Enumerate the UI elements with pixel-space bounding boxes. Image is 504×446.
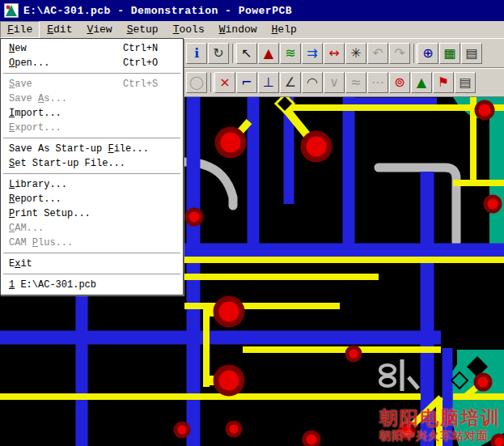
serpentine-icon: ≈ xyxy=(350,76,361,89)
miter-mode-button[interactable]: ∨ xyxy=(324,72,345,93)
redraw-icon: ↻ xyxy=(213,47,223,60)
menu-item-label: Library... xyxy=(9,179,67,190)
file-menu-item-save-as: Save As... xyxy=(2,91,182,106)
menubar-item-setup[interactable]: Setup xyxy=(120,21,166,38)
menu-item-label: Save xyxy=(9,79,32,90)
bga-toolbar-icon: ✳ xyxy=(350,47,361,60)
angle-mode-button[interactable]: ∠ xyxy=(280,72,301,93)
menubar-item-edit[interactable]: Edit xyxy=(40,21,79,38)
help-info-icon: ℹ xyxy=(194,47,199,60)
layer-view-button[interactable]: ▲ xyxy=(411,72,432,93)
file-menu-item-open[interactable]: Open...Ctrl+O xyxy=(2,56,182,70)
menu-item-label: Export... xyxy=(9,122,61,134)
file-menu-item-cam: CAM... xyxy=(2,221,182,236)
report-sheet-icon: ▤ xyxy=(459,76,471,89)
menu-item-label: Import... xyxy=(9,108,61,119)
file-menu-item-print-setup[interactable]: Print Setup... xyxy=(2,206,182,221)
menu-item-shortcut: Ctrl+N xyxy=(123,43,158,54)
file-menu-item-set-start-up-file[interactable]: Set Start-up File... xyxy=(2,156,182,171)
route-toolbar-icon: ⇉ xyxy=(307,47,317,60)
delete-route-icon: × xyxy=(219,76,230,89)
design-toolbar-icon: ≋ xyxy=(285,47,295,60)
via-mode-button[interactable]: ⊚ xyxy=(389,72,410,93)
stitch-icon: ⋯ xyxy=(371,76,384,89)
toolbar-separator xyxy=(208,72,214,93)
file-menu-item-1-e-ac-301-pcb[interactable]: 1 E:\AC-301.pcb xyxy=(2,278,182,292)
file-menu-item-import[interactable]: Import... xyxy=(2,106,182,121)
zoom-icon: ⊕ xyxy=(422,47,433,60)
menubar-item-window[interactable]: Window xyxy=(212,21,265,38)
route-toolbar-button[interactable]: ⇉ xyxy=(302,43,323,64)
menu-item-label: Save As Start-up File... xyxy=(9,143,149,155)
menu-separator xyxy=(3,173,180,175)
circle-tool-icon: ◯ xyxy=(189,76,204,89)
app-icon xyxy=(4,3,19,18)
watermark: 朝阳电脑培训 朝阳中兴火车站对面 xyxy=(379,408,501,443)
tee-route-icon: ⊥ xyxy=(263,76,274,89)
menu-item-label: Set Start-up File... xyxy=(9,158,125,169)
menu-item-label: Report... xyxy=(9,193,61,205)
circle-tool-button[interactable]: ◯ xyxy=(186,72,207,93)
file-menu-item-save-as-start-up-file[interactable]: Save As Start-up File... xyxy=(2,142,182,156)
design-toolbar-button[interactable]: ≋ xyxy=(280,43,301,64)
drafting-toolbar-button[interactable]: ▲ xyxy=(258,43,279,64)
menu-item-label: Save As... xyxy=(9,93,67,104)
drafting-toolbar-icon: ▲ xyxy=(264,47,273,60)
menu-item-label: Open... xyxy=(9,57,49,69)
tee-route-button[interactable]: ⊥ xyxy=(258,72,279,93)
miter-mode-icon: ∨ xyxy=(329,76,339,89)
menu-separator xyxy=(3,73,180,74)
toolbar-separator xyxy=(230,43,235,64)
window-title: E:\AC-301.pcb - Demonstration - PowerPCB xyxy=(23,5,292,17)
undo-button[interactable]: ↶ xyxy=(367,43,388,64)
menu-separator xyxy=(3,253,180,254)
file-menu-item-report[interactable]: Report... xyxy=(2,192,182,206)
selection-mode-button[interactable]: ↖ xyxy=(236,43,257,64)
file-menu-item-export: Export... xyxy=(2,121,182,135)
menubar-item-view[interactable]: View xyxy=(79,21,119,38)
delete-route-button[interactable]: × xyxy=(214,72,235,93)
add-corner-button[interactable]: ⌐ xyxy=(236,72,257,93)
menubar-item-help[interactable]: Help xyxy=(265,21,304,38)
menu-item-shortcut: Ctrl+S xyxy=(123,79,158,90)
file-menu: NewCtrl+NOpen...Ctrl+OSaveCtrl+SSave As.… xyxy=(0,38,184,295)
board-view-icon: ▦ xyxy=(443,47,455,60)
menubar-item-file[interactable]: File xyxy=(0,21,40,38)
redo-button[interactable]: ↷ xyxy=(389,43,410,64)
menu-item-label: 1 E:\AC-301.pcb xyxy=(9,279,96,291)
angle-mode-icon: ∠ xyxy=(285,76,296,89)
menu-item-shortcut: Ctrl+O xyxy=(123,57,158,69)
dimension-toolbar-button[interactable]: ↔ xyxy=(324,43,345,64)
file-menu-item-save: SaveCtrl+S xyxy=(2,77,182,91)
serpentine-button[interactable]: ≈ xyxy=(345,72,366,93)
file-menu-item-new[interactable]: NewCtrl+N xyxy=(2,41,182,56)
file-menu-item-cam-plus: CAM Plus... xyxy=(2,236,182,250)
watermark-line2: 朝阳中兴火车站对面 xyxy=(379,428,501,443)
stitch-button[interactable]: ⋯ xyxy=(367,72,388,93)
help-info-button[interactable]: ℹ xyxy=(186,43,207,64)
redraw-button[interactable]: ↻ xyxy=(208,43,229,64)
selection-mode-icon: ↖ xyxy=(241,47,252,60)
menubar-item-tools[interactable]: Tools xyxy=(166,21,212,38)
bga-toolbar-button[interactable]: ✳ xyxy=(345,43,366,64)
via-mode-icon: ⊚ xyxy=(394,76,404,89)
file-menu-item-exit[interactable]: Exit xyxy=(2,257,182,271)
layer-view-icon: ▲ xyxy=(417,76,426,89)
arc-mode-button[interactable]: ◠ xyxy=(302,72,323,93)
toolbar-separator xyxy=(411,43,417,64)
properties-button[interactable]: ▤ xyxy=(461,43,482,64)
redo-icon: ↷ xyxy=(394,47,404,60)
zoom-button[interactable]: ⊕ xyxy=(417,43,438,64)
flag-button[interactable]: ⚑ xyxy=(433,72,454,93)
arc-mode-icon: ◠ xyxy=(307,76,318,89)
dimension-toolbar-icon: ↔ xyxy=(328,47,339,60)
add-corner-icon: ⌐ xyxy=(241,76,252,89)
menu-bar: FileEditViewSetupToolsWindowHelp xyxy=(0,21,504,38)
flag-icon: ⚑ xyxy=(438,76,449,89)
board-view-button[interactable]: ▦ xyxy=(439,43,460,64)
undo-icon: ↶ xyxy=(372,47,383,60)
menu-separator xyxy=(3,274,180,275)
file-menu-item-library[interactable]: Library... xyxy=(2,177,182,192)
report-sheet-button[interactable]: ▤ xyxy=(455,72,476,93)
titlebar: E:\AC-301.pcb - Demonstration - PowerPCB xyxy=(0,0,504,21)
